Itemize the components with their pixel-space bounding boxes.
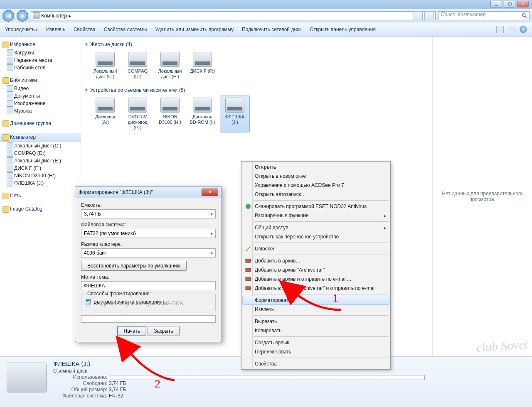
annotation-number-2: 2 bbox=[155, 377, 160, 390]
drive-item[interactable]: ФЛЕШКА (J:) bbox=[220, 96, 250, 132]
window-close-button[interactable]: ✕ bbox=[517, 1, 529, 7]
ctx-share[interactable]: Общий доступ bbox=[242, 223, 389, 232]
address-bar[interactable]: Компьютер ▸ bbox=[31, 11, 436, 20]
toolbar-system-properties[interactable]: Свойства системы bbox=[104, 27, 147, 32]
window-maximize-button[interactable]: ▢ bbox=[504, 1, 515, 7]
drive-item[interactable]: Локальный диск (E:) bbox=[155, 50, 185, 81]
sidebar-item-drive-d[interactable]: COMPAQ (D:) bbox=[0, 150, 81, 157]
restore-defaults-button[interactable]: Восстановить параметры по умолчанию bbox=[81, 261, 187, 271]
group-hard-drives-header[interactable]: Жесткие диски (4) bbox=[83, 40, 431, 50]
filesystem-select[interactable]: FAT32 (по умолчанию) bbox=[81, 229, 216, 238]
close-button[interactable]: Закрыть bbox=[148, 326, 179, 336]
sidebar-item-pictures[interactable]: Изображения bbox=[0, 100, 81, 107]
sidebar-item-drive-c[interactable]: Локальный диск (C:) bbox=[0, 142, 81, 150]
drive-item[interactable]: Локальный диск (C:) bbox=[90, 50, 120, 81]
ctx-portable[interactable]: Открыть как переносное устройство bbox=[242, 232, 389, 241]
dropdown-history-button[interactable] bbox=[414, 11, 423, 20]
capacity-select[interactable]: 3,74 ГБ bbox=[81, 209, 216, 218]
ctx-cut[interactable]: Вырезать bbox=[242, 317, 389, 326]
sidebar-computer-header[interactable]: Компьютер bbox=[0, 133, 81, 142]
toolbar-uninstall[interactable]: Удалить или изменить программу bbox=[155, 27, 234, 32]
sidebar-homegroup-header[interactable]: Домашняя группа bbox=[0, 120, 81, 128]
preview-pane-button[interactable] bbox=[508, 26, 515, 33]
ctx-rar-add-archive[interactable]: Добавить в архив "Archive.rar" bbox=[242, 265, 389, 275]
toolbar-properties[interactable]: Свойства bbox=[74, 27, 96, 32]
start-button[interactable]: Начать bbox=[117, 326, 146, 336]
ctx-open[interactable]: Открыть bbox=[242, 162, 389, 172]
sidebar-item-desktop[interactable]: Рабочий стол bbox=[0, 64, 81, 71]
sidebar-image-catalog[interactable]: Image Catalog bbox=[0, 205, 81, 213]
navigation-sidebar: Избранное Загрузки Недавние места Рабочи… bbox=[0, 37, 81, 356]
toolbar-eject[interactable]: Извлечь bbox=[46, 27, 65, 32]
dialog-close-button[interactable]: ✕ bbox=[202, 189, 218, 196]
format-options-legend: Способы форматирования: bbox=[86, 291, 153, 297]
drive-item[interactable]: COMPAQ (D:) bbox=[123, 50, 153, 81]
ctx-format[interactable]: Форматировать… bbox=[242, 296, 389, 305]
ctx-eset-advanced[interactable]: Расширенные функции bbox=[242, 211, 389, 220]
ctx-create-shortcut[interactable]: Создать ярлык bbox=[242, 338, 389, 347]
ctx-rar-email[interactable]: Добавить в архив и отправить по e-mail… bbox=[242, 275, 389, 284]
format-dialog: Форматирование "ФЛЕШКА (J:)" ✕ Емкость: … bbox=[75, 186, 222, 342]
winrar-icon bbox=[245, 257, 251, 264]
ctx-copy[interactable]: Копировать bbox=[242, 326, 389, 335]
sidebar-item-drive-e[interactable]: Локальный диск (E:) bbox=[0, 157, 81, 164]
sidebar-libraries-header[interactable]: Библиотеки bbox=[0, 76, 81, 85]
dialog-titlebar[interactable]: Форматирование "ФЛЕШКА (J:)" ✕ bbox=[75, 186, 222, 198]
preview-pane: Нет данных для предварительного просмотр… bbox=[432, 37, 532, 356]
ctx-rar-archive-email[interactable]: Добавить в архив "Archive.rar" и отправи… bbox=[242, 284, 389, 293]
details-free-key: Свободно: bbox=[53, 380, 107, 386]
search-input[interactable]: Поиск: Компьютер bbox=[438, 11, 530, 20]
ctx-open-new-window[interactable]: Открыть в новом окне bbox=[242, 172, 389, 181]
ctx-rar-add[interactable]: Добавить в архив… bbox=[242, 256, 389, 265]
sidebar-item-video[interactable]: Видео bbox=[0, 85, 81, 92]
drive-icon bbox=[96, 52, 115, 67]
sidebar-item-drive-f[interactable]: ДИСК F (F:) bbox=[0, 164, 81, 172]
drive-item[interactable]: DVD RW дисковод (G:) bbox=[123, 96, 153, 132]
ctx-eset-scan[interactable]: Сканировать программой ESET NOD32 Antivi… bbox=[242, 202, 389, 211]
nav-forward-button[interactable]: ▶ bbox=[17, 10, 28, 22]
msdos-boot-check-input bbox=[86, 301, 91, 306]
group-removable-header[interactable]: Устройства со съемными носителями (5) bbox=[83, 86, 431, 96]
computer-icon bbox=[33, 12, 39, 19]
sidebar-item-music[interactable]: Музыка bbox=[0, 107, 81, 115]
ctx-unlocker[interactable]: Unlocker bbox=[242, 244, 389, 253]
drive-item[interactable]: NIKON D3100 (H:) bbox=[155, 96, 185, 132]
drive-label: Дисковод BD-ROM (I:) bbox=[190, 114, 215, 125]
sidebar-item-documents[interactable]: Документы bbox=[0, 92, 81, 100]
ctx-autorun[interactable]: Открыть автозапуск… bbox=[242, 190, 389, 199]
ctx-rename[interactable]: Переименовать bbox=[242, 347, 389, 356]
breadcrumb-root[interactable]: Компьютер bbox=[41, 13, 67, 19]
nav-back-button[interactable]: ◀ bbox=[2, 10, 14, 22]
dialog-title-text: Форматирование "ФЛЕШКА (J:)" bbox=[79, 189, 153, 195]
view-mode-button[interactable] bbox=[496, 26, 504, 33]
drive-item[interactable]: ДИСК F (F:) bbox=[187, 50, 217, 81]
sidebar-item-recent[interactable]: Недавние места bbox=[0, 56, 81, 64]
nav-bar: ◀ ▶ Компьютер ▸ Поиск: Компьютер bbox=[0, 9, 532, 22]
sidebar-favorites-header[interactable]: Избранное bbox=[0, 41, 81, 49]
sidebar-item-drive-j[interactable]: ФЛЕШКА (J:) bbox=[0, 179, 81, 187]
drive-item[interactable]: Дисковод (A:) bbox=[90, 96, 120, 132]
sidebar-item-downloads[interactable]: Загрузки bbox=[0, 49, 81, 56]
sidebar-network-header[interactable]: Сеть bbox=[0, 192, 81, 200]
ctx-eject[interactable]: Извлечь bbox=[242, 305, 389, 314]
volume-label-input[interactable]: ФЛЕШКА bbox=[81, 281, 216, 290]
drive-icon bbox=[225, 98, 244, 113]
refresh-button[interactable] bbox=[424, 11, 433, 20]
sidebar-item-drive-h[interactable]: NIKON D3100 (H:) bbox=[0, 172, 81, 179]
allocation-select[interactable]: 4096 байт bbox=[81, 248, 216, 257]
ctx-properties[interactable]: Свойства bbox=[242, 359, 389, 368]
drive-label: DVD RW дисковод (G:) bbox=[125, 114, 150, 130]
toolbar-map-network-drive[interactable]: Подключить сетевой диск bbox=[242, 27, 301, 32]
drive-label: Локальный диск (C:) bbox=[92, 69, 118, 79]
msdos-boot-checkbox: Создание загрузочного диска MS-DOS bbox=[86, 301, 211, 306]
drive-item[interactable]: Дисковод BD-ROM (I:) bbox=[187, 96, 217, 132]
window-minimize-button[interactable]: _ bbox=[490, 1, 502, 7]
drive-label: ДИСК F (F:) bbox=[190, 69, 215, 74]
eset-icon bbox=[245, 203, 251, 210]
toolbar-control-panel[interactable]: Открыть панель управления bbox=[310, 27, 376, 32]
toolbar-organize[interactable]: Упорядочить bbox=[5, 27, 38, 32]
ctx-acdsee[interactable]: Управление с помощью ACDSee Pro 7 bbox=[242, 181, 389, 190]
help-button[interactable]: ? bbox=[520, 26, 527, 33]
winrar-icon bbox=[245, 267, 251, 273]
breadcrumb-sep-icon[interactable]: ▸ bbox=[69, 13, 71, 19]
